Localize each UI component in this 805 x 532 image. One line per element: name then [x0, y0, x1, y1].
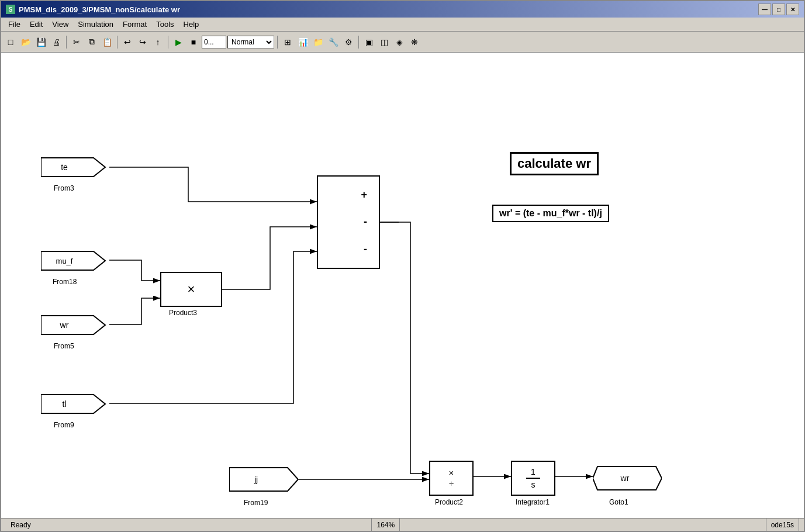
sep1: [66, 36, 67, 49]
from9-shape: tl: [41, 389, 110, 419]
sim-time-input[interactable]: [202, 36, 226, 49]
menu-edit[interactable]: Edit: [25, 19, 47, 30]
window-title: PMSM_dis_2009_3/PMSM_nonS/calculate wr: [19, 5, 180, 14]
product3-block[interactable]: ×: [160, 272, 222, 307]
title-buttons: — □ ✕: [758, 4, 799, 15]
svg-text:tl: tl: [63, 399, 67, 409]
goto1-block[interactable]: wr: [593, 461, 662, 498]
status-spacer: [400, 519, 766, 531]
undo-button[interactable]: ↩: [120, 35, 134, 49]
sim-mode-select[interactable]: Normal Accelerator Rapid Accelerator: [227, 36, 274, 49]
integrator-numerator: 1: [531, 467, 535, 476]
status-zoom-text: 164%: [376, 521, 395, 529]
annotation-formula: wr' = (te - mu_f*wr - tl)/j: [492, 205, 609, 222]
svg-text:wr: wr: [60, 320, 69, 330]
menu-simulation[interactable]: Simulation: [73, 19, 118, 30]
product2-times: ×: [449, 468, 454, 478]
tb-btn-extra7[interactable]: ◫: [377, 35, 391, 49]
status-solver-text: ode15s: [771, 521, 794, 529]
maximize-button[interactable]: □: [772, 4, 785, 15]
tb-btn-extra6[interactable]: ▣: [362, 35, 376, 49]
close-button[interactable]: ✕: [786, 4, 799, 15]
save-button[interactable]: 💾: [34, 35, 48, 49]
status-ready: Ready: [6, 519, 372, 531]
sum-minus2-sign: -: [364, 243, 367, 255]
menu-view[interactable]: View: [47, 19, 73, 30]
sep4: [277, 36, 278, 49]
from3-block[interactable]: te: [41, 152, 110, 182]
open-button[interactable]: 📂: [19, 35, 33, 49]
product3-label: Product3: [169, 309, 197, 317]
canvas-area[interactable]: te From3 mu_f From18 wr From5 tl: [1, 53, 804, 518]
stop-button[interactable]: ■: [186, 35, 201, 49]
from5-block[interactable]: wr: [41, 310, 110, 340]
integrator-fraction: 1 s: [526, 467, 540, 489]
from18-shape: mu_f: [41, 246, 110, 276]
from3-shape: te: [41, 152, 110, 182]
status-solver: ode15s: [766, 519, 799, 531]
sep3: [168, 36, 168, 49]
status-zoom: 164%: [372, 519, 400, 531]
tb-btn-extra3[interactable]: 📁: [311, 35, 325, 49]
menu-file[interactable]: File: [4, 19, 25, 30]
from19-label: From19: [244, 499, 268, 507]
cut-button[interactable]: ✂: [70, 35, 84, 49]
app-icon: S: [6, 5, 15, 14]
tb-btn-extra1[interactable]: ⊞: [281, 35, 295, 49]
wire-layer: [1, 53, 804, 518]
annotation-title: calculate wr: [510, 152, 599, 175]
tb-btn-extra2[interactable]: 📊: [296, 35, 310, 49]
toolbar: □ 📂 💾 🖨 ✂ ⧉ 📋 ↩ ↪ ↑ ▶ ■ Normal Accelerat…: [1, 32, 804, 53]
from3-label: From3: [54, 184, 74, 192]
paste-button[interactable]: 📋: [100, 35, 114, 49]
svg-text:te: te: [61, 163, 68, 172]
svg-text:mu_f: mu_f: [56, 257, 73, 265]
tb-btn-extra9[interactable]: ❋: [407, 35, 421, 49]
svg-text:wr: wr: [620, 474, 630, 483]
run-button[interactable]: ▶: [171, 35, 185, 49]
sum-plus-sign: +: [361, 189, 367, 201]
menu-help[interactable]: Help: [179, 19, 204, 30]
integrator1-block[interactable]: 1 s: [511, 461, 555, 496]
status-ready-text: Ready: [11, 521, 31, 529]
menu-tools[interactable]: Tools: [151, 19, 178, 30]
svg-marker-7: [41, 395, 105, 413]
from9-label: From9: [54, 421, 74, 429]
title-bar: S PMSM_dis_2009_3/PMSM_nonS/calculate wr…: [1, 1, 804, 18]
sep2: [117, 36, 118, 49]
goto1-label: Goto1: [609, 498, 628, 506]
from18-label: From18: [53, 278, 77, 286]
product2-block[interactable]: × ÷: [429, 461, 474, 496]
from18-block[interactable]: mu_f: [41, 246, 110, 276]
integrator-divider: [526, 478, 540, 479]
sum-minus1-sign: -: [364, 216, 367, 228]
from5-shape: wr: [41, 310, 110, 340]
menu-format[interactable]: Format: [118, 19, 151, 30]
status-bar: Ready 164% ode15s: [1, 518, 804, 531]
product2-label: Product2: [435, 498, 463, 506]
title-bar-left: S PMSM_dis_2009_3/PMSM_nonS/calculate wr: [6, 5, 180, 14]
menu-bar: File Edit View Simulation Format Tools H…: [1, 18, 804, 32]
svg-text:jj: jj: [254, 475, 258, 484]
from19-block[interactable]: jj: [229, 462, 298, 497]
redo-button[interactable]: ↪: [136, 35, 150, 49]
from9-block[interactable]: tl: [41, 389, 110, 419]
product2-divide: ÷: [449, 478, 454, 489]
up-button[interactable]: ↑: [151, 35, 165, 49]
tb-btn-extra8[interactable]: ◈: [392, 35, 406, 49]
goto1-shape: wr: [593, 461, 662, 496]
sum-block[interactable]: + - -: [317, 175, 380, 269]
tb-btn-extra5[interactable]: ⚙: [341, 35, 355, 49]
tb-btn-extra4[interactable]: 🔧: [326, 35, 340, 49]
svg-marker-9: [229, 468, 298, 491]
new-button[interactable]: □: [4, 35, 18, 49]
print-button[interactable]: 🖨: [49, 35, 63, 49]
from5-label: From5: [54, 342, 74, 350]
minimize-button[interactable]: —: [758, 4, 771, 15]
from19-shape: jj: [229, 462, 298, 497]
svg-marker-1: [41, 158, 105, 177]
copy-button[interactable]: ⧉: [85, 35, 99, 49]
sep5: [358, 36, 359, 49]
svg-marker-3: [41, 251, 105, 270]
integrator1-label: Integrator1: [516, 498, 550, 506]
